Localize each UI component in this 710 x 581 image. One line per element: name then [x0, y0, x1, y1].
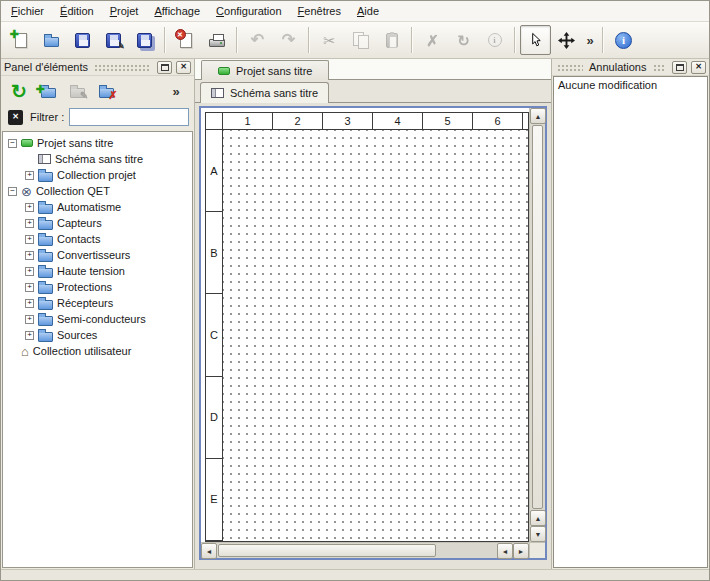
expand-expander-icon[interactable] — [25, 299, 34, 308]
print-button[interactable] — [201, 25, 232, 55]
delete-button[interactable] — [417, 25, 448, 55]
project-icon — [21, 139, 33, 147]
tree-item-haute-tension[interactable]: Haute tension — [3, 263, 192, 279]
tree-item-recepteurs[interactable]: Récepteurs — [3, 295, 192, 311]
menu-configuration[interactable]: Configuration — [208, 2, 289, 21]
tree-item-label: Protections — [57, 281, 112, 293]
tree-item-label: Semi-conducteurs — [57, 313, 146, 325]
filter-input[interactable] — [69, 108, 189, 126]
save-button[interactable] — [67, 25, 98, 55]
save-as-button[interactable]: ✎ — [98, 25, 129, 55]
horizontal-scrollbar[interactable] — [201, 543, 529, 558]
horizontal-scroll-track[interactable] — [217, 543, 497, 558]
undo-panel-header[interactable]: Annulations — [552, 59, 709, 76]
diagram-canvas[interactable] — [223, 130, 528, 541]
tree-item-automatisme[interactable]: Automatisme — [3, 199, 192, 215]
dock-float-button[interactable] — [157, 61, 172, 74]
dock-float-button[interactable] — [672, 61, 687, 74]
copy-button[interactable] — [345, 25, 376, 55]
dock-grip[interactable] — [557, 64, 583, 71]
tree-item-capteurs[interactable]: Capteurs — [3, 215, 192, 231]
menu-edition[interactable]: Édition — [52, 2, 102, 21]
select-tool-button[interactable] — [520, 25, 551, 55]
horizontal-scroll-thumb[interactable] — [218, 544, 436, 557]
save-all-button[interactable] — [129, 25, 160, 55]
paste-button[interactable] — [376, 25, 407, 55]
expand-expander-icon[interactable] — [25, 235, 34, 244]
scroll-down-button[interactable] — [530, 526, 546, 542]
tab-projet-sans-titre[interactable]: Projet sans titre — [201, 60, 329, 80]
collapse-expander-icon[interactable] — [8, 139, 17, 148]
rotate-button[interactable] — [448, 25, 479, 55]
delete-folder-icon: ✗ — [99, 88, 114, 98]
project-tab-bar: Projet sans titre — [195, 59, 551, 80]
delete-category-button[interactable]: ✗ — [93, 79, 119, 104]
scroll-up-button[interactable] — [530, 108, 546, 124]
undo-button[interactable] — [242, 25, 273, 55]
close-file-button[interactable]: ✕ — [170, 25, 201, 55]
toolbar-separator — [514, 27, 516, 53]
tree-item-project[interactable]: Projet sans titre — [3, 135, 192, 151]
panel-toolbar-overflow-button[interactable] — [163, 79, 189, 104]
tab-schema-sans-titre[interactable]: Schéma sans titre — [200, 82, 329, 103]
vertical-scroll-thumb[interactable] — [532, 125, 543, 509]
scroll-left-button[interactable] — [201, 543, 217, 559]
tree-item-sources[interactable]: Sources — [3, 327, 192, 343]
diagram-view[interactable]: 1 2 3 4 5 6 A B C D E — [201, 108, 529, 542]
menu-aide[interactable]: Aide — [349, 2, 387, 21]
undo-list-item[interactable]: Aucune modification — [554, 77, 707, 93]
expand-expander-icon[interactable] — [25, 283, 34, 292]
undo-panel-dock: Annulations Aucune modification — [551, 59, 709, 569]
menu-fenetres[interactable]: Fenêtres — [290, 2, 349, 21]
expand-expander-icon[interactable] — [25, 267, 34, 276]
tree-item-protections[interactable]: Protections — [3, 279, 192, 295]
about-button[interactable] — [608, 25, 639, 55]
elements-panel-header[interactable]: Panel d'éléments — [1, 59, 194, 76]
redo-button[interactable] — [273, 25, 304, 55]
folder-icon — [38, 172, 53, 182]
menu-projet[interactable]: Projet — [102, 2, 147, 21]
dock-grip[interactable] — [653, 64, 667, 71]
vertical-scrollbar[interactable] — [529, 108, 545, 542]
vertical-scroll-track[interactable] — [530, 124, 545, 510]
tree-item-collection-qet[interactable]: Collection QET — [3, 183, 192, 199]
menu-fichier[interactable]: Fichier — [3, 2, 52, 21]
expand-expander-icon[interactable] — [25, 331, 34, 340]
rotate-icon — [457, 33, 470, 48]
collapse-expander-icon[interactable] — [8, 187, 17, 196]
reload-collections-button[interactable] — [6, 79, 32, 104]
edit-category-button[interactable]: ✎ — [64, 79, 90, 104]
tree-item-contacts[interactable]: Contacts — [3, 231, 192, 247]
expand-expander-icon[interactable] — [25, 251, 34, 260]
tree-item-collection-projet[interactable]: Collection projet — [3, 167, 192, 183]
dock-grip[interactable] — [94, 64, 151, 71]
cut-button[interactable] — [314, 25, 345, 55]
save-as-icon: ✎ — [106, 33, 121, 48]
filter-row: Filtrer : — [1, 107, 194, 131]
about-info-icon — [615, 32, 632, 49]
toolbar-separator — [308, 27, 310, 53]
scroll-up-button[interactable] — [530, 510, 546, 526]
expand-expander-icon[interactable] — [25, 315, 34, 324]
new-project-button[interactable]: ✚ — [5, 25, 36, 55]
open-project-button[interactable] — [36, 25, 67, 55]
new-category-button[interactable]: ✚ — [35, 79, 61, 104]
dock-close-button[interactable] — [691, 61, 706, 74]
tree-item-schema[interactable]: Schéma sans titre — [3, 151, 192, 167]
menu-affichage[interactable]: Affichage — [146, 2, 208, 21]
dock-close-button[interactable] — [176, 61, 191, 74]
expand-expander-icon[interactable] — [25, 219, 34, 228]
element-info-button[interactable] — [479, 25, 510, 55]
tree-item-label: Projet sans titre — [37, 137, 113, 149]
tree-item-collection-utilisateur[interactable]: Collection utilisateur — [3, 343, 192, 359]
scroll-right-button[interactable] — [513, 543, 529, 559]
toolbar-overflow-button[interactable] — [582, 25, 598, 55]
scroll-left-button[interactable] — [497, 543, 513, 559]
paste-icon — [386, 33, 398, 48]
tree-item-semi-conducteurs[interactable]: Semi-conducteurs — [3, 311, 192, 327]
tree-item-convertisseurs[interactable]: Convertisseurs — [3, 247, 192, 263]
expand-expander-icon[interactable] — [25, 171, 34, 180]
expand-expander-icon[interactable] — [25, 203, 34, 212]
clear-filter-button[interactable] — [6, 108, 25, 127]
pan-tool-button[interactable] — [551, 25, 582, 55]
